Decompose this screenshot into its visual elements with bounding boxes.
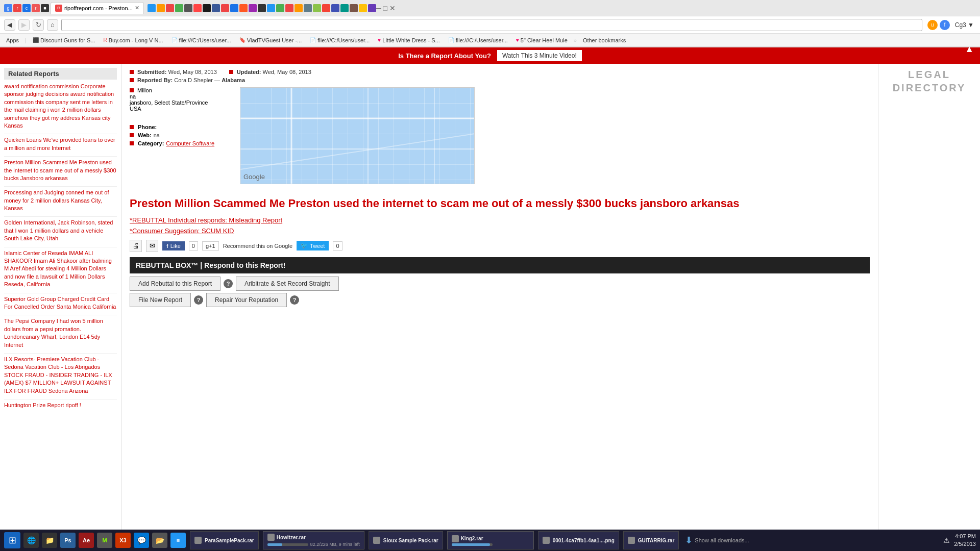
bookmark-vlad[interactable]: 🔖 VladTVGuest User -... xyxy=(237,36,304,44)
consumer-suggestion-link[interactable]: *Consumer Suggestion: SCUM KID xyxy=(130,227,870,235)
taskbar-download-1[interactable]: ParaSamplePack.rar xyxy=(190,531,259,549)
cg3-label[interactable]: Cg3 ▼ xyxy=(953,21,976,29)
facebook-like-button[interactable]: f Like xyxy=(162,241,185,251)
taskbar-app9-icon[interactable]: ≡ xyxy=(170,533,186,548)
sidebar-link-9[interactable]: Huntington Prize Report ripoff ! xyxy=(4,402,117,409)
sidebar-link-4[interactable]: Golden International, Jack Robinson, sta… xyxy=(4,219,117,242)
report-title: Preston Million Scammed Me Preston used … xyxy=(130,196,870,211)
title-bar: g r c r ■ R ripoffreport.com - Preston..… xyxy=(0,0,980,16)
sidebar-link-8[interactable]: ILX Resorts- Premiere Vacation Club - Se… xyxy=(4,356,117,395)
web-value[interactable]: na xyxy=(154,132,160,138)
fb-like-text: Like xyxy=(170,243,181,249)
legal-dir-title: LEGAL DIRECTORY xyxy=(883,68,976,94)
scroll-up-arrow[interactable]: ▲ xyxy=(965,44,974,55)
taskbar-ps-icon[interactable]: Ps xyxy=(60,533,76,548)
taskbar-skype-icon[interactable]: 💬 xyxy=(134,533,149,548)
window-maximize[interactable]: □ xyxy=(383,4,387,12)
bookmark-label-5: file:///C:/Users/user... xyxy=(317,37,370,43)
file-report-help-icon[interactable]: ? xyxy=(194,295,203,305)
download-4-icon xyxy=(452,535,459,542)
explorer-icon: 📂 xyxy=(156,536,164,544)
bookmark-other[interactable]: Other bookmarks xyxy=(581,36,628,44)
bookmark-file2[interactable]: 📄 file:///C:/Users/user... xyxy=(308,36,372,44)
taskbar-folder-icon[interactable]: 📁 xyxy=(42,533,57,548)
tweet-label: Tweet xyxy=(310,243,325,249)
taskbar-right: ⚠ 4:07 PM 2/5/2013 xyxy=(943,533,976,548)
content-area: Submitted: Wed, May 08, 2013 Updated: We… xyxy=(121,64,878,530)
taskbar-download-6[interactable]: GUITARRIG.rar xyxy=(623,531,679,549)
download-3-filename: Sioux Sample Pack.rar xyxy=(383,538,438,543)
print-icon[interactable]: 🖨 xyxy=(130,240,142,252)
forward-button[interactable]: ▶ xyxy=(18,19,30,31)
add-rebuttal-button[interactable]: Add Rebuttal to this Report xyxy=(130,277,220,291)
taskbar-x3-icon[interactable]: X3 xyxy=(115,533,131,548)
google-plus-button[interactable]: g+1 xyxy=(202,241,219,251)
tab-close-icon[interactable]: ✕ xyxy=(135,5,139,11)
bookmark-heel-mule[interactable]: ♥ 5" Clear Heel Mule xyxy=(514,36,570,44)
taskbar-download-3[interactable]: Sioux Sample Pack.rar xyxy=(369,531,443,549)
window-close[interactable]: ✕ xyxy=(389,4,396,12)
sidebar-link-0[interactable]: award notification commission Corporate … xyxy=(4,83,117,130)
address-bar[interactable]: www.ripoffreport.com/r/Millon/jansboro-S… xyxy=(61,19,922,31)
rebuttal-link[interactable]: *REBUTTAL Individual responds: Misleadin… xyxy=(130,216,870,224)
taskbar-explorer-icon[interactable]: 📂 xyxy=(152,533,167,548)
twitter-bird-icon: 🐦 xyxy=(301,242,308,249)
email-icon[interactable]: ✉ xyxy=(146,240,158,252)
arbitrate-button[interactable]: Aribitrate & Set Record Straight xyxy=(236,277,338,291)
reload-button[interactable]: ↻ xyxy=(33,19,44,31)
sidebar-link-1[interactable]: Quicken Loans We've provided loans to ov… xyxy=(4,136,117,152)
fb-icon[interactable]: f xyxy=(940,20,950,30)
taskbar-chrome-icon[interactable]: 🌐 xyxy=(23,533,39,548)
download-2-icon xyxy=(267,534,275,541)
window-minimize[interactable]: ─ xyxy=(376,4,381,12)
rebuttal-box[interactable]: REBUTTAL BOX™ | Respond to this Report! xyxy=(130,257,870,273)
sidebar-link-2[interactable]: Preston Million Scammed Me Preston used … xyxy=(4,159,117,182)
start-button[interactable]: ⊞ xyxy=(4,532,20,548)
taskbar-left-icons: ⊞ 🌐 📁 Ps Ae M X3 💬 📂 ≡ xyxy=(4,532,186,548)
taskbar-settings-icon[interactable]: ⚠ xyxy=(943,536,950,544)
apps-label: Apps xyxy=(6,37,19,43)
taskbar: ⊞ 🌐 📁 Ps Ae M X3 💬 📂 ≡ xyxy=(0,530,980,551)
bookmark-ripoff[interactable]: R Buy.com - Long V N... xyxy=(102,36,165,44)
back-button[interactable]: ◀ xyxy=(4,19,15,31)
sidebar-link-3[interactable]: Processing and Judging conned me out of … xyxy=(4,189,117,212)
rebuttal-box-text: REBUTTAL BOX™ | Respond to this Report! xyxy=(136,261,286,269)
business-info: Millon na jansboro, Select State/Provinc… xyxy=(130,87,232,190)
favicon-22 xyxy=(295,4,303,12)
favicon-14 xyxy=(221,4,229,12)
repair-reputation-button[interactable]: Repair Your Reputation xyxy=(206,293,287,307)
download-arrow-icon[interactable]: ⬇ xyxy=(685,535,693,546)
taskbar-ae-icon[interactable]: Ae xyxy=(79,533,94,548)
sidebar-link-7[interactable]: The Pepsi Company I had won 5 million do… xyxy=(4,317,117,349)
taskbar-download-4[interactable]: King2.rar xyxy=(447,531,534,549)
repair-reputation-help-icon[interactable]: ? xyxy=(290,295,299,305)
bookmark-file3[interactable]: 📄 file:///C:/Users/user... xyxy=(446,36,510,44)
updated-date: Wed, May 08, 2013 xyxy=(263,69,311,75)
bookmark-apps[interactable]: Apps xyxy=(4,36,21,44)
sidebar-link-6[interactable]: Superior Gold Group Charged Credit Card … xyxy=(4,295,117,311)
submitted-date: Wed, May 08, 2013 xyxy=(168,69,217,75)
download-4-progress-track xyxy=(452,543,493,546)
show-all-label[interactable]: Show all downloads... xyxy=(695,537,749,543)
bookmark-discount-guns[interactable]: ⬛ Discount Guns for S... xyxy=(31,36,97,44)
home-button[interactable]: ⌂ xyxy=(47,19,58,31)
user-icon[interactable]: u xyxy=(927,20,938,30)
taskbar-matrix-icon[interactable]: M xyxy=(97,533,112,548)
taskbar-download-5[interactable]: 0001-4ca7ffb1-4aa1....png xyxy=(538,531,619,549)
bookmark-label-6: Little White Dress - S... xyxy=(382,37,439,43)
favicon-1: g xyxy=(4,4,12,12)
bookmark-file1[interactable]: 📄 file:///C:/Users/user... xyxy=(169,36,233,44)
add-rebuttal-help-icon[interactable]: ? xyxy=(224,279,233,288)
favicon-12 xyxy=(203,4,211,12)
watch-video-button[interactable]: Watch This 3 Minute Video! xyxy=(497,50,582,61)
svg-line-5 xyxy=(240,134,474,169)
bookmark-favicon-8: ♥ xyxy=(516,37,519,43)
active-tab[interactable]: R ripoffreport.com - Preston... ✕ xyxy=(51,2,144,14)
category-value[interactable]: Computer Software xyxy=(166,140,214,146)
taskbar-download-2[interactable]: Howitzer.rar 82.2/226 MB, 9 mins left xyxy=(263,531,364,549)
bookmark-little-white-dress[interactable]: ♥ Little White Dress - S... xyxy=(376,36,442,44)
show-all-downloads[interactable]: ⬇ Show all downloads... xyxy=(685,535,749,546)
tweet-button[interactable]: 🐦 Tweet xyxy=(297,241,329,251)
file-new-report-button[interactable]: File New Report xyxy=(130,293,191,307)
sidebar-link-5[interactable]: Islamic Center of Reseda IMAM ALI SHAKOO… xyxy=(4,249,117,289)
